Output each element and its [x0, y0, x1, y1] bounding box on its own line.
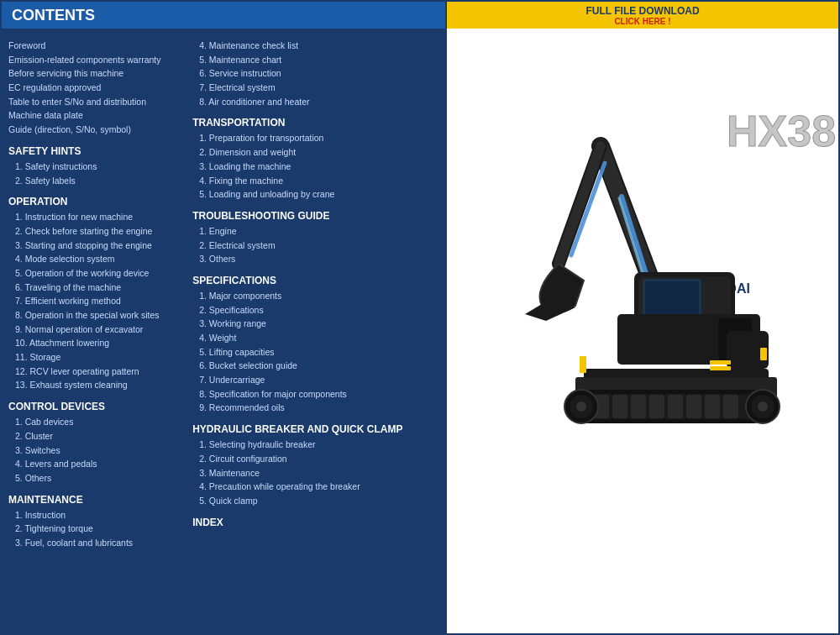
svg-point-33: [576, 401, 586, 412]
toc-operation-item[interactable]: 7. Efficient working method: [8, 294, 179, 308]
maintenance-items: 1. Instruction2. Tightening torque3. Fue…: [8, 508, 179, 550]
toc-operation-item[interactable]: 1. Instruction for new machine: [8, 210, 179, 224]
svg-rect-40: [710, 366, 731, 370]
index-header: INDEX: [192, 517, 438, 528]
intro-section: ForewordEmission-related components warr…: [8, 39, 179, 137]
toc-operation-item[interactable]: 13. Exhaust system cleaning: [8, 378, 179, 392]
toc-spec-item[interactable]: 2. Specifications: [192, 303, 438, 318]
toc-maintenance-item[interactable]: 1. Instruction: [8, 508, 179, 522]
toc-maintenance-item[interactable]: 2. Tightening torque: [8, 522, 179, 536]
maintenance-header: MAINTENANCE: [8, 494, 179, 506]
safety-hints-header: SAFETY HINTS: [8, 145, 179, 157]
toc-hydraulic-item[interactable]: 4. Precaution while operating the breake…: [192, 480, 438, 494]
control-devices-header: CONTROL DEVICES: [8, 401, 179, 412]
toc-transport-item[interactable]: 3. Loading the machine: [192, 160, 438, 174]
toc-intro-item[interactable]: Machine data plate: [8, 108, 179, 123]
toc-control-item[interactable]: 4. Levers and pedals: [8, 457, 179, 471]
toc-spec-item[interactable]: 8. Specification for major components: [192, 387, 438, 401]
app-container: CONTENTS FULL FILE DOWNLOAD CLICK HERE !…: [0, 0, 840, 635]
toc-control-item[interactable]: 1. Cab devices: [8, 415, 179, 429]
toc-operation-item[interactable]: 10. Attachment lowering: [8, 336, 179, 350]
operation-header: OPERATION: [8, 196, 179, 207]
toc-operation-item[interactable]: 3. Starting and stopping the engine: [8, 239, 179, 253]
control-items: 1. Cab devices2. Cluster3. Switches4. Le…: [8, 415, 179, 485]
toc-maintenance-cont-item[interactable]: 8. Air conditioner and heater: [192, 95, 438, 109]
toc-spec-item[interactable]: 4. Weight: [192, 331, 438, 345]
transportation-header: TRANSPORTATION: [192, 117, 438, 129]
contents-header: CONTENTS: [2, 2, 447, 29]
main-row: ForewordEmission-related components warr…: [2, 29, 838, 633]
download-sub: CLICK HERE !: [614, 17, 670, 26]
svg-point-36: [758, 401, 768, 412]
toc-col1: ForewordEmission-related components warr…: [2, 35, 186, 627]
toc-hydraulic-item[interactable]: 3. Maintenance: [192, 466, 438, 480]
toc-maintenance-cont-item[interactable]: 7. Electrical system: [192, 81, 438, 95]
toc-hydraulic-item[interactable]: 1. Selecting hydraulic breaker: [192, 438, 438, 452]
image-panel: HX380AL HYUNDAI: [447, 29, 838, 633]
transport-items: 1. Preparation for transportation2. Dime…: [192, 131, 438, 201]
svg-rect-28: [686, 395, 701, 418]
toc-intro-item[interactable]: Table to enter S/No and distribution: [8, 95, 179, 109]
trouble-items: 1. Engine2. Electrical system3. Others: [192, 224, 438, 266]
toc-spec-item[interactable]: 7. Undercarriage: [192, 373, 438, 387]
contents-title: CONTENTS: [12, 7, 95, 24]
toc-operation-item[interactable]: 4. Mode selection system: [8, 252, 179, 266]
toc-intro-item[interactable]: Emission-related components warranty: [8, 53, 179, 67]
toc-maintenance-cont-item[interactable]: 5. Maintenance chart: [192, 53, 438, 67]
svg-rect-24: [612, 395, 627, 418]
toc-intro-item[interactable]: Before servicing this machine: [8, 66, 179, 81]
toc-maintenance-cont-item[interactable]: 4. Maintenance check list: [192, 39, 438, 53]
toc-hydraulic-item[interactable]: 5. Quick clamp: [192, 494, 438, 508]
download-title: FULL FILE DOWNLOAD: [585, 5, 699, 17]
svg-text:HX380AL: HX380AL: [727, 107, 836, 155]
toc-transport-item[interactable]: 4. Fixing the machine: [192, 174, 438, 188]
toc-control-item[interactable]: 5. Others: [8, 471, 179, 485]
svg-rect-26: [649, 395, 664, 418]
toc-operation-item[interactable]: 2. Check before starting the engine: [8, 224, 179, 239]
toc-intro-item[interactable]: Guide (direction, S/No, symbol): [8, 123, 179, 137]
toc-safety-item[interactable]: 2. Safety labels: [8, 174, 179, 188]
toc-operation-item[interactable]: 11. Storage: [8, 350, 179, 365]
download-button[interactable]: FULL FILE DOWNLOAD CLICK HERE !: [447, 2, 838, 29]
spec-items: 1. Major components2. Specifications3. W…: [192, 289, 438, 415]
toc-operation-item[interactable]: 5. Operation of the working device: [8, 266, 179, 281]
svg-rect-39: [710, 360, 731, 365]
header-row: CONTENTS FULL FILE DOWNLOAD CLICK HERE !: [2, 2, 838, 29]
svg-rect-38: [760, 348, 767, 360]
toc-intro-item[interactable]: EC regulation approved: [8, 81, 179, 95]
toc-transport-item[interactable]: 5. Loading and unloading by crane: [192, 187, 438, 202]
svg-rect-25: [631, 395, 646, 418]
svg-rect-30: [723, 395, 738, 418]
toc-hydraulic-item[interactable]: 2. Circuit configuration: [192, 452, 438, 466]
toc-control-item[interactable]: 2. Cluster: [8, 429, 179, 443]
svg-rect-27: [668, 395, 683, 418]
troubleshooting-header: TROUBLESHOOTING GUIDE: [192, 210, 438, 222]
toc-spec-item[interactable]: 5. Lifting capacities: [192, 345, 438, 359]
toc-spec-item[interactable]: 9. Recommended oils: [192, 401, 438, 415]
toc-transport-item[interactable]: 1. Preparation for transportation: [192, 131, 438, 145]
toc-maintenance-item[interactable]: 3. Fuel, coolant and lubricants: [8, 536, 179, 550]
toc-operation-item[interactable]: 8. Operation in the special work sites: [8, 308, 179, 323]
excavator-image: HX380AL HYUNDAI: [449, 45, 836, 617]
toc-maintenance-cont-item[interactable]: 6. Service instruction: [192, 66, 438, 81]
toc-trouble-item[interactable]: 1. Engine: [192, 224, 438, 239]
operation-items: 1. Instruction for new machine2. Check b…: [8, 210, 179, 392]
toc-col2: 4. Maintenance check list5. Maintenance …: [186, 35, 445, 627]
toc-intro-item[interactable]: Foreword: [8, 39, 179, 53]
toc-trouble-item[interactable]: 2. Electrical system: [192, 239, 438, 253]
toc-trouble-item[interactable]: 3. Others: [192, 252, 438, 266]
specifications-header: SPECIFICATIONS: [192, 275, 438, 286]
toc-safety-item[interactable]: 1. Safety instructions: [8, 160, 179, 174]
toc-spec-item[interactable]: 1. Major components: [192, 289, 438, 303]
toc-operation-item[interactable]: 9. Normal operation of excavator: [8, 323, 179, 337]
toc-transport-item[interactable]: 2. Dimension and weight: [192, 145, 438, 160]
toc-operation-item[interactable]: 12. RCV lever operating pattern: [8, 365, 179, 379]
toc-spec-item[interactable]: 3. Working range: [192, 317, 438, 331]
safety-items: 1. Safety instructions2. Safety labels: [8, 160, 179, 187]
toc-operation-item[interactable]: 6. Traveling of the machine: [8, 281, 179, 295]
toc-control-item[interactable]: 3. Switches: [8, 443, 179, 458]
hydraulic-items: 1. Selecting hydraulic breaker2. Circuit…: [192, 438, 438, 507]
svg-rect-29: [705, 395, 720, 418]
toc-spec-item[interactable]: 6. Bucket selection guide: [192, 359, 438, 373]
toc-panel: ForewordEmission-related components warr…: [2, 29, 447, 633]
